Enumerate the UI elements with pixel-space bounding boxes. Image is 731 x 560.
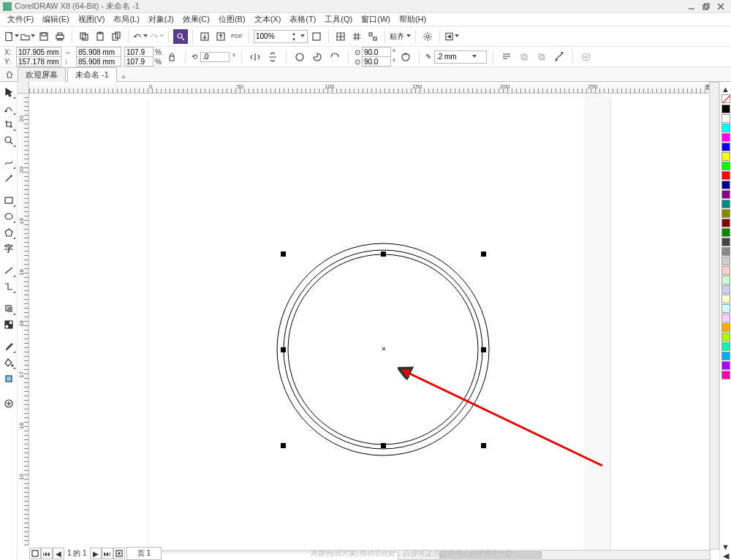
pick-tool[interactable]	[1, 85, 16, 99]
direction-button[interactable]	[398, 50, 413, 64]
restore-button[interactable]	[699, 1, 713, 12]
to-front-button[interactable]	[517, 50, 531, 64]
color-swatch-19[interactable]	[721, 285, 730, 294]
width-input[interactable]	[76, 47, 121, 57]
menu-edit[interactable]: 编辑(E)	[38, 14, 74, 25]
artistic-media-tool[interactable]	[1, 171, 16, 186]
snap-label[interactable]: 贴齐	[390, 31, 404, 42]
transparency-tool[interactable]	[1, 317, 16, 332]
color-swatch-21[interactable]	[721, 304, 730, 313]
ruler-origin[interactable]	[18, 82, 29, 94]
menu-view[interactable]: 视图(V)	[74, 14, 110, 25]
wrap-text-button[interactable]	[499, 50, 514, 64]
print-button[interactable]	[53, 29, 67, 44]
color-swatch-18[interactable]	[721, 276, 730, 284]
quick-customize-toolbox[interactable]	[1, 396, 16, 411]
redo-button[interactable]	[149, 29, 164, 44]
y-input[interactable]	[16, 56, 61, 67]
eyedropper-tool[interactable]	[1, 339, 16, 354]
color-swatch-15[interactable]	[721, 247, 730, 256]
text-tool[interactable]: 字	[1, 241, 16, 256]
menu-effect[interactable]: 效果(C)	[178, 14, 214, 25]
sel-handle-e[interactable]	[481, 347, 486, 352]
color-swatch-16[interactable]	[721, 257, 730, 265]
color-swatch-0[interactable]	[721, 105, 730, 113]
polygon-tool[interactable]	[1, 225, 16, 240]
last-page-button[interactable]: ⏭	[102, 548, 113, 559]
copy-button[interactable]	[77, 29, 91, 44]
to-back-button[interactable]	[534, 50, 549, 64]
rectangle-tool[interactable]	[1, 193, 16, 208]
tab-welcome[interactable]: 欢迎屏幕	[18, 67, 66, 82]
sel-handle-w[interactable]	[281, 347, 286, 352]
color-swatch-4[interactable]	[721, 143, 730, 151]
menu-bitmap[interactable]: 位图(B)	[214, 14, 250, 25]
color-swatch-23[interactable]	[721, 323, 730, 332]
start-angle-input[interactable]	[362, 47, 391, 57]
menu-help[interactable]: 帮助(H)	[395, 14, 431, 25]
scale-x-input[interactable]	[124, 47, 154, 57]
options-button[interactable]	[420, 29, 435, 44]
export-button[interactable]	[213, 29, 228, 44]
menu-object[interactable]: 对象(J)	[144, 14, 178, 25]
angle-input[interactable]	[200, 52, 230, 62]
connector-tool[interactable]	[1, 279, 16, 294]
color-swatch-7[interactable]	[721, 171, 730, 180]
color-swatch-22[interactable]	[721, 314, 730, 322]
horizontal-ruler[interactable]: 0 50 100 150 200 250 毫米	[29, 82, 719, 94]
open-button[interactable]	[20, 29, 35, 44]
zoom-input[interactable]	[254, 31, 289, 42]
height-input[interactable]	[76, 56, 121, 67]
color-swatch-6[interactable]	[721, 162, 730, 170]
pie-icon[interactable]	[310, 50, 325, 64]
palette-up-button[interactable]: ▲	[719, 85, 732, 94]
canvas[interactable]: 0 50 100 150 200 250 毫米 20 20 19 18 18 1…	[18, 82, 719, 560]
lock-ratio-button[interactable]	[164, 50, 179, 64]
freehand-tool[interactable]	[1, 155, 16, 170]
palette-flyout-button[interactable]: ◀	[719, 551, 732, 560]
undo-button[interactable]	[133, 29, 148, 44]
crop-tool[interactable]	[1, 117, 16, 132]
guides-button[interactable]	[349, 29, 364, 44]
menu-window[interactable]: 窗口(W)	[357, 14, 395, 25]
sel-handle-s[interactable]	[381, 443, 386, 448]
add-tab-button[interactable]: +	[117, 72, 130, 81]
tab-document[interactable]: 未命名 -1	[67, 67, 117, 82]
arc-icon[interactable]	[327, 50, 342, 64]
mirror-v-button[interactable]	[265, 50, 280, 64]
scale-y-input[interactable]	[124, 56, 154, 67]
launch-button[interactable]	[444, 29, 459, 44]
sel-handle-ne[interactable]	[481, 251, 486, 257]
convert-curves-button[interactable]	[552, 50, 567, 64]
color-swatch-11[interactable]	[721, 209, 730, 218]
fullscreen-button[interactable]	[309, 29, 324, 44]
import-button[interactable]	[197, 29, 212, 44]
outline-width-combo[interactable]	[434, 50, 487, 64]
menu-tool[interactable]: 工具(Q)	[320, 14, 357, 25]
color-swatch-10[interactable]	[721, 200, 730, 208]
drop-shadow-tool[interactable]	[1, 301, 16, 316]
color-swatch-13[interactable]	[721, 228, 730, 237]
zoom-tool[interactable]	[1, 133, 16, 148]
v-scrollbar[interactable]	[709, 82, 719, 550]
color-swatch-20[interactable]	[721, 295, 730, 303]
next-page-button[interactable]: ▶	[90, 548, 102, 559]
color-swatch-1[interactable]	[721, 114, 730, 123]
new-button[interactable]	[4, 29, 19, 44]
menu-layout[interactable]: 布局(L)	[109, 14, 143, 25]
snap-grid-button[interactable]	[366, 29, 380, 44]
outline-width-input[interactable]	[435, 51, 470, 63]
home-tab-icon[interactable]	[3, 68, 16, 81]
first-page-button[interactable]: ⏮	[41, 548, 53, 559]
menu-table[interactable]: 表格(T)	[285, 14, 320, 25]
color-swatch-12[interactable]	[721, 219, 730, 227]
sel-handle-sw[interactable]	[281, 443, 286, 448]
save-button[interactable]	[37, 29, 51, 44]
color-swatch-28[interactable]	[721, 371, 730, 379]
color-swatch-5[interactable]	[721, 152, 730, 161]
color-swatch-9[interactable]	[721, 190, 730, 199]
ellipse-icon[interactable]	[292, 50, 307, 64]
color-swatch-3[interactable]	[721, 133, 730, 142]
color-swatch-25[interactable]	[721, 342, 730, 351]
close-button[interactable]	[713, 1, 728, 12]
